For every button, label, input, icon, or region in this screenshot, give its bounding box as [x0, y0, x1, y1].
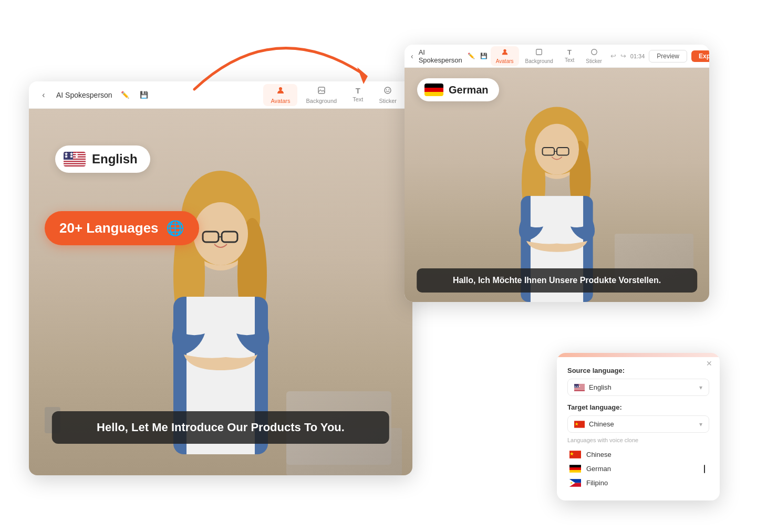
right-save-icon[interactable]: 💾 [480, 50, 488, 62]
main-container: ‹ AI Spokesperson ✏️ 💾 Avatars Backgroun… [0, 0, 767, 532]
left-editor-content: ★★★ ★★★ English 20+ Languages 🌐 Hello, L… [29, 109, 412, 475]
svg-rect-41 [424, 92, 443, 96]
german-badge: German [417, 78, 499, 101]
target-language-value: Chinese [589, 420, 614, 428]
left-subtitle-text: Hello, Let Me Introduce Our Products To … [97, 421, 345, 434]
right-window-title: AI Spokesperson [419, 48, 462, 64]
redo-icon[interactable]: ↪ [620, 52, 626, 60]
svg-rect-21 [64, 162, 86, 163]
svg-text:★★★: ★★★ [64, 152, 80, 157]
target-language-label: Target language: [567, 403, 709, 411]
target-chevron-icon: ▾ [699, 421, 702, 428]
source-select-left: ★★★ English [574, 383, 611, 391]
filipino-flag-icon [569, 479, 581, 487]
back-button[interactable]: ‹ [37, 89, 50, 101]
svg-rect-47 [574, 388, 585, 389]
source-language-value: English [589, 383, 611, 391]
german-label: German [586, 465, 611, 473]
svg-rect-22 [64, 164, 86, 165]
time-display: 01:34 [630, 53, 645, 59]
svg-rect-51 [574, 421, 585, 427]
svg-rect-46 [574, 388, 585, 388]
source-language-label: Source language: [567, 367, 709, 374]
decorative-arrow [179, 11, 389, 95]
text-cursor [704, 465, 705, 473]
language-item-german[interactable]: German [567, 462, 709, 476]
right-avatars-icon [501, 48, 509, 57]
undo-icon[interactable]: ↩ [610, 52, 616, 60]
english-badge: ★★★ ★★★ English [55, 145, 150, 173]
source-chevron-icon: ▾ [699, 384, 702, 391]
chinese-flag-icon [569, 451, 581, 458]
voice-clone-label: Languages with voice clone [567, 437, 709, 443]
left-editor-window: ‹ AI Spokesperson ✏️ 💾 Avatars Backgroun… [29, 81, 412, 475]
svg-rect-20 [64, 160, 86, 161]
left-subtitle-bar: Hello, Let Me Introduce Our Products To … [52, 411, 389, 444]
panel-close-button[interactable]: ✕ [706, 359, 712, 368]
target-flag-icon [574, 421, 585, 428]
tab-background-right[interactable]: Background [520, 46, 558, 66]
right-editor-content: German Hallo, Ich Möchte Ihnen Unsere Pr… [405, 68, 709, 302]
right-back-button[interactable]: ‹ [411, 50, 413, 62]
svg-rect-56 [569, 467, 581, 470]
svg-marker-0 [357, 67, 368, 84]
svg-rect-39 [424, 84, 443, 88]
languages-pill-text: 20+ Languages [59, 220, 159, 236]
right-subtitle-text: Hallo, Ich Möchte Ihnen Unsere Produkte … [453, 276, 661, 285]
language-panel: ✕ Source language: [557, 353, 720, 500]
german-list-flag-icon [569, 465, 581, 473]
target-language-select[interactable]: Chinese ▾ [567, 415, 709, 433]
svg-rect-57 [569, 470, 581, 473]
globe-icon: 🌐 [166, 220, 184, 237]
source-language-select[interactable]: ★★★ English ▾ [567, 379, 709, 396]
svg-point-10 [193, 202, 248, 265]
svg-rect-48 [574, 389, 585, 390]
svg-rect-40 [424, 88, 443, 92]
right-edit-icon[interactable]: ✏️ [468, 50, 475, 62]
target-select-left: Chinese [574, 420, 614, 428]
right-editor-window: ‹ AI Spokesperson ✏️ 💾 Avatars Backgroun… [405, 45, 709, 302]
right-toolbar: ‹ AI Spokesperson ✏️ 💾 Avatars Backgroun… [405, 45, 709, 68]
right-sticker-icon [590, 48, 598, 57]
edit-title-icon[interactable]: ✏️ [119, 89, 131, 101]
languages-pill: 20+ Languages 🌐 [45, 211, 199, 245]
chinese-label: Chinese [586, 451, 611, 458]
right-toolbar-actions: ↩ ↪ 01:34 Preview Export [610, 50, 709, 62]
german-flag-icon [424, 84, 443, 96]
filipino-label: Filipino [586, 479, 608, 487]
us-flag-icon: ★★★ ★★★ [64, 152, 86, 166]
save-icon[interactable]: 💾 [138, 89, 150, 101]
svg-text:★★★: ★★★ [574, 385, 581, 387]
left-window-title: AI Spokesperson [56, 91, 112, 99]
tab-avatars-right[interactable]: Avatars [491, 46, 519, 66]
panel-body: Source language: ★★★ [557, 357, 720, 500]
source-flag-icon: ★★★ [574, 384, 585, 391]
panel-header-gradient [557, 353, 720, 357]
english-badge-text: English [92, 152, 138, 166]
svg-point-26 [503, 49, 506, 51]
svg-point-28 [591, 49, 597, 55]
preview-button[interactable]: Preview [649, 50, 687, 62]
german-badge-text: German [449, 84, 489, 96]
export-button[interactable]: Export [691, 50, 709, 62]
tab-text-right[interactable]: T Text [559, 46, 579, 66]
right-subtitle-bar: Hallo, Ich Möchte Ihnen Unsere Produkte … [417, 268, 697, 293]
right-background-icon [535, 48, 543, 57]
right-toolbar-tabs: Avatars Background T Text Sticker [491, 46, 607, 66]
right-text-icon: T [567, 48, 572, 56]
tab-sticker-right[interactable]: Sticker [581, 46, 607, 66]
svg-point-61 [571, 482, 573, 484]
language-item-filipino[interactable]: Filipino [567, 476, 709, 490]
svg-rect-55 [569, 465, 581, 467]
svg-rect-27 [536, 49, 542, 55]
language-item-chinese[interactable]: Chinese [567, 447, 709, 462]
